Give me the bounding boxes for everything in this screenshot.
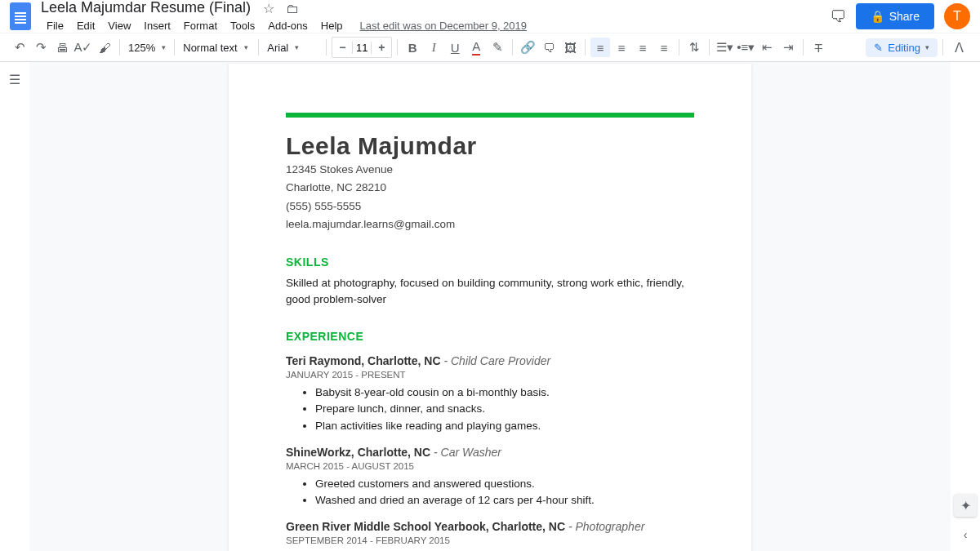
share-label: Share [889, 10, 920, 23]
list-item[interactable]: Washed and dried an average of 12 cars p… [315, 492, 694, 509]
menu-file[interactable]: File [41, 18, 69, 33]
job1-company: Teri Raymond, Charlotte, NC [286, 354, 441, 367]
outline-icon[interactable]: ☰ [9, 72, 20, 551]
star-icon[interactable]: ☆ [263, 1, 274, 16]
phone[interactable]: (555) 555-5555 [286, 198, 694, 215]
job2-role: - Car Washer [430, 446, 501, 459]
comment-icon[interactable]: 🗨 [539, 38, 559, 57]
editing-mode-button[interactable]: ✎ Editing ▾ [866, 38, 938, 57]
app-header: Leela Majumdar Resume (Final) ☆ 🗀 File E… [0, 0, 980, 33]
spellcheck-icon[interactable]: A✓ [74, 38, 93, 57]
move-folder-icon[interactable]: 🗀 [286, 2, 299, 16]
avatar[interactable]: T [944, 3, 970, 29]
decrease-indent-icon[interactable]: ⇤ [757, 38, 777, 57]
job1-bullets[interactable]: Babysit 8-year-old cousin on a bi-monthl… [315, 384, 694, 434]
paint-format-icon[interactable]: 🖌 [95, 38, 114, 57]
comments-icon[interactable]: 🗨 [830, 7, 846, 26]
collapse-toolbar-icon[interactable]: ᐱ [948, 40, 970, 56]
last-edit-link[interactable]: Last edit was on December 9, 2019 [360, 20, 528, 32]
bulleted-list-icon[interactable]: •≡▾ [736, 38, 755, 57]
email[interactable]: leela.majumdar.learns@gmail.com [286, 216, 694, 233]
job3-company: Green River Middle School Yearbook, Char… [286, 520, 565, 533]
job1-header[interactable]: Teri Raymond, Charlotte, NC - Child Care… [286, 354, 694, 367]
list-item[interactable]: Greeted customers and answered questions… [315, 476, 694, 492]
align-right-icon[interactable]: ≡ [633, 38, 653, 57]
link-icon[interactable]: 🔗 [518, 38, 537, 57]
job1-role: - Child Care Provider [441, 354, 551, 367]
address[interactable]: 12345 Stokes Avenue [286, 162, 694, 178]
list-item[interactable]: Prepare lunch, dinner, and snacks. [315, 401, 694, 417]
menu-format[interactable]: Format [178, 18, 223, 33]
side-panel-toggle-icon[interactable]: ‹ [964, 528, 968, 541]
italic-icon[interactable]: I [424, 38, 443, 57]
experience-heading[interactable]: EXPERIENCE [286, 330, 694, 343]
job2-dates[interactable]: MARCH 2015 - AUGUST 2015 [286, 461, 694, 471]
underline-icon[interactable]: U [445, 38, 465, 57]
increase-indent-icon[interactable]: ⇥ [778, 38, 798, 57]
job2-company: ShineWorkz, Charlotte, NC [286, 446, 430, 459]
bold-icon[interactable]: B [403, 38, 422, 57]
clear-format-icon[interactable]: T [808, 38, 828, 57]
toolbar: ↶ ↷ 🖶 A✓ 🖌 125% Normal text Arial − + B … [0, 33, 980, 62]
align-left-icon[interactable]: ≡ [590, 38, 610, 57]
city-state[interactable]: Charlotte, NC 28210 [286, 180, 694, 196]
docs-icon[interactable] [10, 2, 31, 30]
font-size-stepper[interactable]: − + [332, 37, 392, 58]
menu-view[interactable]: View [102, 18, 136, 33]
resume-name[interactable]: Leela Majumdar [286, 132, 694, 160]
align-center-icon[interactable]: ≡ [612, 38, 631, 57]
pencil-icon: ✎ [874, 42, 883, 54]
job3-role: - Photographer [565, 520, 644, 533]
job1-dates[interactable]: JANUARY 2015 - PRESENT [286, 370, 694, 380]
list-item[interactable]: Babysit 8-year-old cousin on a bi-monthl… [315, 384, 694, 401]
menu-help[interactable]: Help [315, 18, 349, 33]
align-justify-icon[interactable]: ≡ [654, 38, 674, 57]
job3-dates[interactable]: SEPTEMBER 2014 - FEBRUARY 2015 [286, 535, 694, 545]
decrease-font-icon[interactable]: − [332, 38, 352, 57]
undo-icon[interactable]: ↶ [10, 38, 29, 57]
menu-bar: File Edit View Insert Format Tools Add-o… [41, 18, 830, 33]
document-title[interactable]: Leela Majumdar Resume (Final) [41, 0, 251, 16]
job3-header[interactable]: Green River Middle School Yearbook, Char… [286, 520, 694, 533]
right-panel: ✦ ‹ [951, 62, 980, 551]
image-icon[interactable]: 🖼 [560, 38, 580, 57]
menu-insert[interactable]: Insert [138, 18, 176, 33]
numbered-list-icon[interactable]: ☰▾ [715, 38, 734, 57]
page[interactable]: Leela Majumdar 12345 Stokes Avenue Charl… [229, 64, 751, 551]
menu-tools[interactable]: Tools [225, 18, 261, 33]
lock-icon: 🔒 [871, 10, 884, 23]
editing-label: Editing [888, 42, 920, 54]
print-icon[interactable]: 🖶 [52, 38, 72, 57]
skills-heading[interactable]: SKILLS [286, 256, 694, 269]
list-item[interactable]: Plan activities like reading and playing… [315, 418, 694, 434]
line-spacing-icon[interactable]: ⇅ [684, 38, 704, 57]
explore-button[interactable]: ✦ [954, 494, 977, 517]
header-bar [286, 113, 694, 118]
highlight-icon[interactable]: ✎ [488, 38, 507, 57]
skills-text[interactable]: Skilled at photography, focused on build… [286, 275, 694, 307]
redo-icon[interactable]: ↷ [31, 38, 51, 57]
job2-bullets[interactable]: Greeted customers and answered questions… [315, 476, 694, 509]
increase-font-icon[interactable]: + [372, 38, 391, 57]
font-size-input[interactable] [352, 42, 372, 54]
share-button[interactable]: 🔒 Share [856, 3, 934, 29]
style-select[interactable]: Normal text [180, 40, 253, 56]
menu-addons[interactable]: Add-ons [262, 18, 313, 33]
menu-edit[interactable]: Edit [71, 18, 100, 33]
font-select[interactable]: Arial [264, 40, 321, 56]
zoom-select[interactable]: 125% [125, 40, 169, 56]
document-area[interactable]: Leela Majumdar 12345 Stokes Avenue Charl… [29, 62, 951, 551]
outline-panel: ☰ [0, 62, 29, 551]
job2-header[interactable]: ShineWorkz, Charlotte, NC - Car Washer [286, 446, 694, 459]
text-color-icon[interactable]: A [466, 38, 486, 57]
